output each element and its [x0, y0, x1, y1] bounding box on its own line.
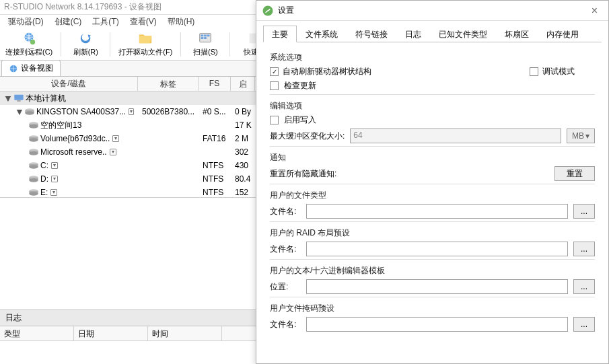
- cell-start: 430: [231, 160, 255, 171]
- menu-create[interactable]: 创建(C): [49, 15, 87, 29]
- divider: [270, 297, 595, 297]
- toolbar-divider: [61, 32, 61, 57]
- cell-start: 80.4: [231, 174, 255, 184]
- tab-known-types[interactable]: 已知文件类型: [430, 26, 496, 42]
- col-label[interactable]: 标签: [138, 77, 199, 91]
- open-drive-file-button[interactable]: 打开驱动文件(F): [116, 30, 175, 59]
- toolbar-divider: [110, 32, 110, 57]
- tab-bad-sectors[interactable]: 坏扇区: [496, 26, 538, 42]
- checkbox-debug-mode[interactable]: [530, 67, 538, 76]
- dropdown-icon[interactable]: ▾: [112, 135, 119, 142]
- group-user-raid: 用户的 RAID 布局预设: [270, 227, 595, 239]
- col-start[interactable]: 启: [231, 77, 255, 91]
- menu-view[interactable]: 查看(V): [124, 15, 162, 29]
- browse-button[interactable]: ...: [573, 279, 595, 294]
- menu-tools[interactable]: 工具(T): [87, 15, 124, 29]
- refresh-icon: [78, 31, 93, 46]
- svg-rect-5: [207, 35, 210, 37]
- svg-point-14: [25, 111, 34, 114]
- label-auto-refresh: 自动刷新驱动器树状结构: [283, 66, 371, 77]
- label-reset-hidden: 重置所有隐藏通知:: [270, 168, 336, 180]
- unit-select[interactable]: MB ▾: [567, 129, 595, 143]
- device-name: C:: [40, 161, 48, 170]
- divider: [270, 94, 595, 95]
- hex-path-input[interactable]: [306, 279, 568, 294]
- group-user-mask: 用户文件掩码预设: [270, 303, 595, 314]
- app-title: R-STUDIO Network 8.14.179693 - 设备视图: [4, 1, 162, 13]
- device-name: Microsoft reserve..: [40, 147, 107, 157]
- refresh-button[interactable]: 刷新(R): [67, 30, 104, 59]
- col-fs[interactable]: FS: [199, 77, 231, 91]
- disk-icon: [28, 161, 39, 170]
- cell-start: 302: [231, 147, 255, 157]
- dropdown-icon[interactable]: ▾: [51, 162, 58, 169]
- cell-start: 152: [231, 187, 255, 198]
- checkbox-auto-refresh[interactable]: ✓: [270, 67, 279, 76]
- raid-path-input[interactable]: [306, 242, 568, 256]
- max-buffer-input[interactable]: 64: [350, 129, 561, 143]
- root-label: 本地计算机: [26, 93, 66, 104]
- toolbar-divider: [180, 32, 181, 57]
- divider: [270, 221, 595, 222]
- log-col-time[interactable]: 时间: [148, 326, 222, 340]
- tab-device-view[interactable]: 设备视图: [1, 60, 61, 76]
- tab-filesystem[interactable]: 文件系统: [297, 26, 347, 42]
- tree-collapse-icon[interactable]: ⯆: [4, 95, 12, 102]
- svg-point-17: [29, 124, 38, 128]
- connect-remote-button[interactable]: 连接到远程(C): [3, 30, 55, 59]
- cell-fs: FAT16: [199, 133, 231, 144]
- tab-log[interactable]: 日志: [396, 26, 430, 42]
- group-user-hex: 用户的文本/十六进制编辑器模板: [270, 265, 595, 277]
- cell-label: [138, 124, 199, 126]
- cell-label: 50026B7380...: [138, 106, 199, 117]
- tree-collapse-icon[interactable]: ⯆: [16, 108, 23, 116]
- col-device[interactable]: 设备/磁盘: [0, 77, 138, 91]
- browse-button[interactable]: ...: [573, 242, 595, 256]
- browse-button[interactable]: ...: [573, 317, 595, 332]
- cell-start: 0 By: [231, 106, 255, 117]
- dialog-tabs: 主要 文件系统 符号链接 日志 已知文件类型 坏扇区 内存使用: [263, 25, 602, 42]
- dropdown-icon[interactable]: ▾: [51, 176, 58, 182]
- device-name: E:: [40, 188, 48, 197]
- log-col-type[interactable]: 类型: [0, 326, 74, 340]
- disk-icon: [24, 108, 35, 116]
- svg-point-26: [29, 165, 38, 168]
- cell-start: 2 M: [231, 133, 255, 144]
- reset-button[interactable]: 重置: [554, 166, 595, 181]
- menu-drives[interactable]: 驱动器(D): [3, 15, 49, 29]
- svg-rect-3: [201, 35, 204, 37]
- cell-fs: NTFS: [199, 187, 231, 198]
- dropdown-icon[interactable]: ▾: [129, 108, 134, 115]
- globe-connect-icon: [22, 31, 36, 46]
- browse-button[interactable]: ...: [573, 204, 595, 219]
- scan-button[interactable]: 扫描(S): [186, 30, 224, 59]
- dropdown-icon[interactable]: ▾: [110, 149, 116, 155]
- filetypes-path-input[interactable]: [306, 204, 568, 219]
- label-check-update: 检查更新: [284, 80, 316, 92]
- device-name: D:: [40, 174, 48, 184]
- device-name: KINGSTON SA400S37...: [36, 107, 126, 116]
- tab-symlink[interactable]: 符号链接: [347, 26, 396, 42]
- label-debug: 调试模式: [542, 66, 575, 77]
- dialog-titlebar: 设置 ×: [256, 1, 608, 21]
- settings-dialog: 设置 × 主要 文件系统 符号链接 日志 已知文件类型 坏扇区 内存使用 系统选…: [256, 0, 609, 364]
- divider: [270, 146, 595, 147]
- tab-memory[interactable]: 内存使用: [538, 26, 587, 42]
- tab-main[interactable]: 主要: [263, 26, 297, 42]
- close-icon[interactable]: ×: [586, 3, 603, 18]
- log-col-date[interactable]: 日期: [74, 326, 148, 340]
- cell-fs: NTFS: [199, 174, 231, 184]
- svg-rect-10: [14, 95, 23, 100]
- cell-fs: [199, 124, 231, 126]
- checkbox-enable-write[interactable]: [270, 116, 279, 124]
- menu-help[interactable]: 帮助(H): [162, 15, 201, 29]
- label-filename: 文件名:: [270, 319, 301, 330]
- svg-point-20: [29, 138, 38, 141]
- dropdown-icon[interactable]: ▾: [50, 189, 57, 196]
- cell-label: [138, 151, 199, 153]
- cell-label: [138, 165, 199, 166]
- checkbox-check-update[interactable]: [270, 81, 279, 90]
- cell-label: [138, 192, 199, 193]
- tab-label: 设备视图: [21, 63, 53, 74]
- mask-path-input[interactable]: [306, 317, 568, 332]
